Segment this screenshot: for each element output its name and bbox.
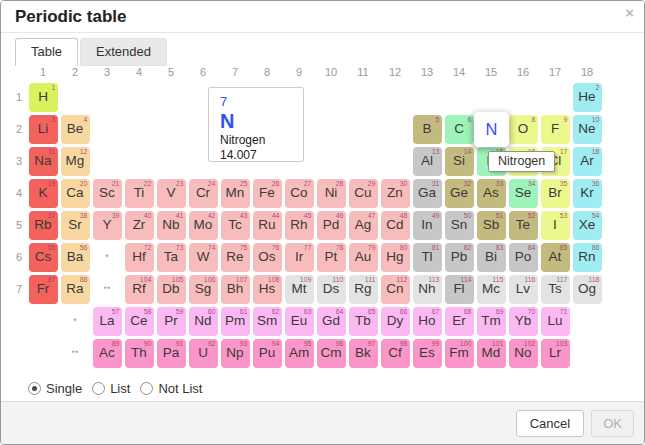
radio-option-not-list[interactable]: Not List (140, 381, 202, 396)
element-cell-es[interactable]: 99Es (413, 339, 442, 368)
element-cell-og[interactable]: 118Og (573, 275, 602, 304)
element-cell-lr[interactable]: 103Lr (541, 339, 570, 368)
element-cell-li[interactable]: 3Li (29, 115, 58, 144)
element-cell-be[interactable]: 4Be (61, 115, 90, 144)
element-cell-pr[interactable]: 59Pr (157, 307, 186, 336)
element-cell-nb[interactable]: 41Nb (157, 211, 186, 240)
element-cell-er[interactable]: 68Er (445, 307, 474, 336)
element-cell-u[interactable]: 92U (189, 339, 218, 368)
element-cell-fr[interactable]: 87Fr (29, 275, 58, 304)
element-cell-gd[interactable]: 64Gd (317, 307, 346, 336)
element-cell-tc[interactable]: 43Tc (221, 211, 250, 240)
element-cell-se[interactable]: 34Se (509, 179, 538, 208)
element-cell-ce[interactable]: 58Ce (125, 307, 154, 336)
element-cell-ta[interactable]: 73Ta (157, 243, 186, 272)
element-cell-yb[interactable]: 70Yb (509, 307, 538, 336)
element-cell-n[interactable]: 7N (473, 111, 508, 146)
element-cell-pa[interactable]: 91Pa (157, 339, 186, 368)
radio-icon[interactable] (28, 382, 41, 395)
element-cell-kr[interactable]: 36Kr (573, 179, 602, 208)
element-cell-la[interactable]: 57La (93, 307, 122, 336)
element-cell-y[interactable]: 39Y (93, 211, 122, 240)
element-cell-cf[interactable]: 98Cf (381, 339, 410, 368)
element-cell-mo[interactable]: 42Mo (189, 211, 218, 240)
close-icon[interactable]: × (625, 6, 634, 20)
radio-icon[interactable] (140, 382, 153, 395)
element-cell-rb[interactable]: 37Rb (29, 211, 58, 240)
element-cell-rf[interactable]: 104Rf (125, 275, 154, 304)
element-cell-cm[interactable]: 96Cm (317, 339, 346, 368)
element-cell-re[interactable]: 75Re (221, 243, 250, 272)
element-cell-pm[interactable]: 61Pm (221, 307, 250, 336)
element-cell-eu[interactable]: 63Eu (285, 307, 314, 336)
element-cell-co[interactable]: 27Co (285, 179, 314, 208)
element-cell-ni[interactable]: 28Ni (317, 179, 346, 208)
tab-table[interactable]: Table (15, 38, 78, 66)
element-cell-at[interactable]: 85At (541, 243, 570, 272)
element-cell-te[interactable]: 52Te (509, 211, 538, 240)
element-cell-ti[interactable]: 22Ti (125, 179, 154, 208)
radio-option-list[interactable]: List (92, 381, 130, 396)
element-cell-ag[interactable]: 47Ag (349, 211, 378, 240)
element-cell-pt[interactable]: 78Pt (317, 243, 346, 272)
element-cell-db[interactable]: 105Db (157, 275, 186, 304)
element-cell-zn[interactable]: 30Zn (381, 179, 410, 208)
element-cell-mn[interactable]: 25Mn (221, 179, 250, 208)
element-cell-f[interactable]: 9F (541, 115, 570, 144)
element-cell-b[interactable]: 5B (413, 115, 442, 144)
element-cell-o[interactable]: 8O (509, 115, 538, 144)
element-cell-ar[interactable]: 18Ar (573, 147, 602, 176)
element-cell-i[interactable]: 53I (541, 211, 570, 240)
element-cell-ru[interactable]: 44Ru (253, 211, 282, 240)
element-cell-pu[interactable]: 94Pu (253, 339, 282, 368)
element-cell-k[interactable]: 19K (29, 179, 58, 208)
element-cell-sc[interactable]: 21Sc (93, 179, 122, 208)
element-cell-lu[interactable]: 71Lu (541, 307, 570, 336)
element-cell-no[interactable]: 102No (509, 339, 538, 368)
element-cell-ts[interactable]: 117Ts (541, 275, 570, 304)
element-cell-ba[interactable]: 56Ba (61, 243, 90, 272)
element-cell-rg[interactable]: 111Rg (349, 275, 378, 304)
element-cell-cd[interactable]: 48Cd (381, 211, 410, 240)
element-cell-sn[interactable]: 50Sn (445, 211, 474, 240)
element-cell-pb[interactable]: 82Pb (445, 243, 474, 272)
element-cell-po[interactable]: 84Po (509, 243, 538, 272)
element-cell-sg[interactable]: 106Sg (189, 275, 218, 304)
element-cell-am[interactable]: 95Am (285, 339, 314, 368)
element-cell-bh[interactable]: 107Bh (221, 275, 250, 304)
radio-option-single[interactable]: Single (28, 381, 82, 396)
element-cell-mc[interactable]: 115Mc (477, 275, 506, 304)
element-cell-os[interactable]: 76Os (253, 243, 282, 272)
element-cell-dy[interactable]: 66Dy (381, 307, 410, 336)
element-cell-ge[interactable]: 32Ge (445, 179, 474, 208)
element-cell-tb[interactable]: 65Tb (349, 307, 378, 336)
element-cell-w[interactable]: 74W (189, 243, 218, 272)
element-cell-c[interactable]: 6C (445, 115, 474, 144)
element-cell-sr[interactable]: 38Sr (61, 211, 90, 240)
element-cell-hg[interactable]: 80Hg (381, 243, 410, 272)
element-cell-cs[interactable]: 55Cs (29, 243, 58, 272)
element-cell-na[interactable]: 11Na (29, 147, 58, 176)
element-cell-hf[interactable]: 72Hf (125, 243, 154, 272)
cancel-button[interactable]: Cancel (516, 410, 584, 437)
element-cell-fe[interactable]: 26Fe (253, 179, 282, 208)
element-cell-ac[interactable]: 89Ac (93, 339, 122, 368)
element-cell-ho[interactable]: 67Ho (413, 307, 442, 336)
element-cell-hs[interactable]: 108Hs (253, 275, 282, 304)
element-cell-v[interactable]: 23V (157, 179, 186, 208)
element-cell-ga[interactable]: 31Ga (413, 179, 442, 208)
radio-icon[interactable] (92, 382, 105, 395)
element-cell-md[interactable]: 101Md (477, 339, 506, 368)
element-cell-th[interactable]: 90Th (125, 339, 154, 368)
element-cell-sm[interactable]: 62Sm (253, 307, 282, 336)
element-cell-tm[interactable]: 69Tm (477, 307, 506, 336)
element-cell-si[interactable]: 14Si (445, 147, 474, 176)
element-cell-ds[interactable]: 110Ds (317, 275, 346, 304)
element-cell-rn[interactable]: 86Rn (573, 243, 602, 272)
element-cell-np[interactable]: 93Np (221, 339, 250, 368)
element-cell-nd[interactable]: 60Nd (189, 307, 218, 336)
element-cell-mg[interactable]: 12Mg (61, 147, 90, 176)
element-cell-cu[interactable]: 29Cu (349, 179, 378, 208)
element-cell-cn[interactable]: 112Cn (381, 275, 410, 304)
element-cell-mt[interactable]: 109Mt (285, 275, 314, 304)
